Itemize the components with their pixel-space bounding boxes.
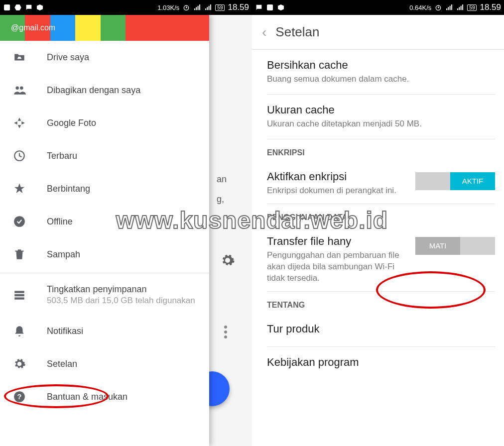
signal-icon — [193, 3, 201, 11]
signal-icon — [445, 3, 453, 11]
status-bar: 1.03K/s 59 18.59 — [0, 0, 252, 15]
drawer-item-settings[interactable]: Setelan — [0, 347, 209, 380]
section-data-usage: PENGGUNAAN DATA — [267, 204, 495, 226]
alarm-icon — [434, 3, 442, 11]
section-about: TENTANG — [267, 292, 495, 314]
drive-icon — [14, 3, 22, 11]
signal-icon-2 — [204, 3, 212, 11]
people-icon — [13, 84, 26, 97]
back-icon[interactable]: ‹ — [262, 24, 266, 40]
page-title: Setelan — [275, 24, 319, 40]
drawer-item-offline[interactable]: Offline — [0, 205, 209, 238]
drawer-item-help[interactable]: ? Bantuan & masukan — [0, 380, 209, 413]
svg-rect-6 — [14, 291, 24, 293]
setting-cache-size[interactable]: Ukuran cache Ukuran cache ditetapkan men… — [267, 95, 495, 139]
setting-policy[interactable]: Kebijakan program — [267, 347, 495, 380]
photos-icon — [13, 116, 26, 129]
svg-point-3 — [20, 86, 23, 90]
svg-rect-0 — [4, 4, 10, 10]
clock-icon — [13, 149, 26, 162]
drawer-account[interactable]: @gmail.com — [0, 15, 209, 41]
nav-drawer: @gmail.com Drive saya Dibagikan dengan s… — [0, 15, 209, 446]
section-encryption: ENKRIPSI — [267, 139, 495, 161]
setting-product-tour[interactable]: Tur produk — [267, 314, 495, 347]
phone-right: 0.64K/s 59 18.59 ‹ Setelan Bersihkan cac… — [252, 0, 504, 446]
setting-wifi-only[interactable]: Transfer file hany Pengunggahan dan pemb… — [267, 226, 495, 292]
folder-drive-icon — [13, 51, 26, 64]
svg-rect-8 — [14, 297, 24, 299]
toggle-wifi-only[interactable]: MATI — [415, 237, 495, 255]
setting-encryption[interactable]: Aktifkan enkripsi Enkripsi dokumen di pe… — [267, 161, 495, 204]
gear-icon[interactable] — [220, 253, 235, 268]
storage-icon — [13, 288, 26, 301]
help-icon: ? — [13, 390, 26, 403]
bbm-icon — [266, 3, 274, 11]
overflow-menu-icon[interactable] — [224, 324, 227, 338]
box-icon — [36, 3, 44, 11]
status-bar: 0.64K/s 59 18.59 — [252, 0, 504, 15]
battery-badge: 59 — [215, 4, 225, 11]
battery-badge: 59 — [467, 4, 477, 11]
signal-icon-2 — [456, 3, 464, 11]
setting-clear-cache[interactable]: Bersihkan cache Buang semua dokumen dala… — [267, 50, 495, 95]
drawer-item-mydrive[interactable]: Drive saya — [0, 41, 209, 74]
svg-point-5 — [14, 216, 25, 227]
star-icon — [13, 182, 26, 195]
svg-text:?: ? — [17, 392, 21, 401]
toggle-encryption[interactable]: AKTIF — [415, 172, 495, 190]
chat-icon — [255, 3, 263, 11]
drawer-item-trash[interactable]: Sampah — [0, 238, 209, 271]
bbm-icon — [3, 3, 11, 11]
net-speed: 0.64K/s — [409, 4, 431, 11]
gear-icon — [13, 357, 26, 370]
drawer-item-shared[interactable]: Dibagikan dengan saya — [0, 74, 209, 107]
drawer-item-notifications[interactable]: Notifikasi — [0, 315, 209, 347]
svg-point-2 — [15, 86, 19, 90]
svg-rect-7 — [14, 294, 24, 296]
chat-icon — [25, 3, 33, 11]
check-circle-icon — [13, 215, 26, 228]
drawer-storage[interactable]: Tingkatkan penyimpanan 503,5 MB dari 15,… — [0, 275, 209, 315]
phone-left: 1.03K/s 59 18.59 an g, @gmail.com — [0, 0, 252, 446]
drawer-item-recent[interactable]: Terbaru — [0, 139, 209, 172]
clock-text: 18.59 — [480, 2, 501, 12]
settings-header: ‹ Setelan — [252, 15, 504, 50]
net-speed: 1.03K/s — [157, 4, 179, 11]
bell-icon — [13, 325, 26, 337]
alarm-icon — [182, 3, 190, 11]
box-icon — [277, 3, 285, 11]
trash-icon — [13, 248, 26, 261]
svg-rect-11 — [267, 4, 273, 10]
clock-text: 18.59 — [228, 2, 249, 12]
drawer-item-photos[interactable]: Google Foto — [0, 107, 209, 139]
drawer-item-starred[interactable]: Berbintang — [0, 172, 209, 205]
